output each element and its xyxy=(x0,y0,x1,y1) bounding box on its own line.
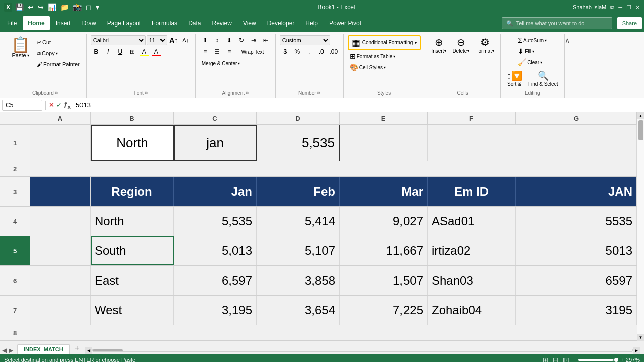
cell-jan-6[interactable]: 6,597 xyxy=(174,266,257,295)
scroll-left-button[interactable]: ◀ xyxy=(85,347,92,354)
cell-emid-4[interactable]: ASad01 xyxy=(428,207,516,236)
vertical-scrollbar[interactable]: ▲ ▼ xyxy=(637,112,644,341)
cell-feb-5[interactable]: 5,107 xyxy=(257,236,340,265)
cell-mar-6[interactable]: 1,507 xyxy=(340,266,428,295)
menu-formulas[interactable]: Formulas xyxy=(147,16,182,30)
percent-button[interactable]: % xyxy=(292,47,303,57)
increase-font-button[interactable]: A↑ xyxy=(168,35,179,45)
sheet-next-button[interactable]: ▶ xyxy=(9,347,13,354)
charts-button[interactable]: 📊 xyxy=(47,2,57,12)
col-header-f[interactable]: F xyxy=(428,112,516,124)
cell-emid-header[interactable]: Em ID xyxy=(428,177,516,206)
cut-button[interactable]: ✂ Cut xyxy=(35,37,82,47)
cell-mar-4[interactable]: 9,027 xyxy=(340,207,428,236)
col-header-c[interactable]: C xyxy=(174,112,257,124)
row-header-4[interactable]: 4 xyxy=(0,207,30,236)
wrap-text-button[interactable]: Wrap Text xyxy=(239,47,266,57)
format-cells-button[interactable]: ⚙ Format ▾ xyxy=(473,35,496,55)
cell-region-6[interactable]: East xyxy=(91,266,174,295)
name-box[interactable] xyxy=(2,100,42,111)
scroll-right-button[interactable]: ▶ xyxy=(633,347,640,354)
layout-view-button[interactable]: ⊟ xyxy=(553,356,559,362)
row-header-5[interactable]: 5 xyxy=(0,236,30,265)
cell-b7[interactable] xyxy=(30,296,91,325)
scroll-down-button[interactable]: ▼ xyxy=(637,334,644,341)
borders-button[interactable]: ⊞ xyxy=(127,47,138,57)
copy-button[interactable]: ⧉ Copy ▾ xyxy=(35,48,82,58)
menu-developer[interactable]: Developer xyxy=(262,16,300,30)
menu-draw[interactable]: Draw xyxy=(77,16,101,30)
col-header-a[interactable]: A xyxy=(30,112,91,124)
cell-jan-4[interactable]: 5,535 xyxy=(174,207,257,236)
align-middle-button[interactable]: ↕ xyxy=(212,35,223,45)
screenshot-button[interactable]: 📸 xyxy=(72,2,83,12)
cell-emid-6[interactable]: Shan03 xyxy=(428,266,516,295)
font-color-button[interactable]: A xyxy=(151,47,162,57)
cell-b6[interactable] xyxy=(30,266,91,295)
decrease-font-button[interactable]: A↓ xyxy=(180,35,191,45)
insert-cells-button[interactable]: ⊕ Insert ▾ xyxy=(429,35,448,55)
comma-button[interactable]: , xyxy=(304,47,315,57)
decimal-increase-button[interactable]: .0 xyxy=(316,47,327,57)
menu-home[interactable]: Home xyxy=(23,16,49,30)
cell-mar-header[interactable]: Mar xyxy=(340,177,428,206)
confirm-formula-button[interactable]: ✓ xyxy=(56,101,62,109)
sheet-tab-index-match[interactable]: INDEX_MATCH xyxy=(17,344,70,354)
bold-button[interactable]: B xyxy=(91,47,102,57)
decimal-decrease-button[interactable]: .00 xyxy=(328,47,339,57)
cell-jan-header[interactable]: Jan xyxy=(174,177,257,206)
align-bottom-button[interactable]: ⬇ xyxy=(224,35,235,45)
autosum-button[interactable]: Σ AutoSum ▾ xyxy=(516,35,549,45)
conditional-formatting-button[interactable]: ▦ Conditional Formatting ▾ xyxy=(348,35,421,50)
delete-cells-button[interactable]: ⊖ Delete ▾ xyxy=(450,35,471,55)
clear-button[interactable]: 🧹 Clear ▾ xyxy=(516,57,549,67)
cell-jan2-5[interactable]: 5013 xyxy=(516,236,637,265)
open-button[interactable]: 📁 xyxy=(59,2,70,12)
cell-c1[interactable]: North xyxy=(91,125,174,161)
cell-region-7[interactable]: West xyxy=(91,296,174,325)
cell-jan2-6[interactable]: 6597 xyxy=(516,266,637,295)
text-direction-button[interactable]: ↻ xyxy=(236,35,247,45)
fill-color-button[interactable]: A xyxy=(139,47,150,57)
ribbon-collapse-button[interactable]: ∧ xyxy=(565,34,570,98)
format-as-table-button[interactable]: ⊞ Format as Table ▾ xyxy=(348,51,421,61)
cell-region-5[interactable]: South xyxy=(91,236,174,265)
cell-feb-7[interactable]: 3,654 xyxy=(257,296,340,325)
cell-region-header[interactable]: Region xyxy=(91,177,174,206)
minimize-button[interactable]: ─ xyxy=(618,4,622,10)
cell-b4[interactable] xyxy=(30,207,91,236)
cell-b3-empty[interactable] xyxy=(30,177,91,206)
cell-jan-7[interactable]: 3,195 xyxy=(174,296,257,325)
sheet-prev-button[interactable]: ◀ xyxy=(2,347,7,354)
h-scroll-thumb[interactable] xyxy=(93,349,123,351)
align-center-button[interactable]: ☰ xyxy=(212,47,223,57)
formula-input[interactable] xyxy=(73,101,642,109)
cell-jan2-7[interactable]: 3195 xyxy=(516,296,637,325)
save-button[interactable]: 💾 xyxy=(14,2,25,12)
currency-button[interactable]: $ xyxy=(280,47,291,57)
underline-button[interactable]: U xyxy=(115,47,126,57)
fill-button[interactable]: ⬇ Fill ▾ xyxy=(516,46,549,56)
merge-center-button[interactable]: Merge & Center ▾ xyxy=(200,58,243,68)
font-family-select[interactable]: Calibri xyxy=(91,35,146,45)
cell-b5[interactable] xyxy=(30,236,91,265)
paste-button[interactable]: 📋 Paste ▾ xyxy=(8,35,33,60)
cell-d1[interactable]: jan xyxy=(174,125,257,161)
maximize-button[interactable]: ☐ xyxy=(626,4,631,11)
find-select-button[interactable]: 🔍 Find & Select xyxy=(526,69,560,88)
indent-decrease-button[interactable]: ⇤ xyxy=(260,35,271,45)
zoom-in-button[interactable]: + xyxy=(620,357,623,362)
cell-emid-5[interactable]: irtiza02 xyxy=(428,236,516,265)
zoom-slider-thumb[interactable] xyxy=(614,358,618,362)
number-format-select[interactable]: Custom xyxy=(280,35,330,45)
add-sheet-button[interactable]: + xyxy=(72,344,83,353)
close-button[interactable]: ✕ xyxy=(635,4,640,11)
shapes-button[interactable]: ◻ xyxy=(85,2,93,12)
indent-increase-button[interactable]: ⇥ xyxy=(248,35,259,45)
undo-button[interactable]: ↩ xyxy=(27,2,35,12)
share-button[interactable]: Share xyxy=(617,17,642,29)
cell-region-4[interactable]: North xyxy=(91,207,174,236)
cell-feb-6[interactable]: 3,858 xyxy=(257,266,340,295)
cell-e1[interactable]: 5,535 xyxy=(257,125,340,161)
menu-data[interactable]: Data xyxy=(183,16,206,30)
